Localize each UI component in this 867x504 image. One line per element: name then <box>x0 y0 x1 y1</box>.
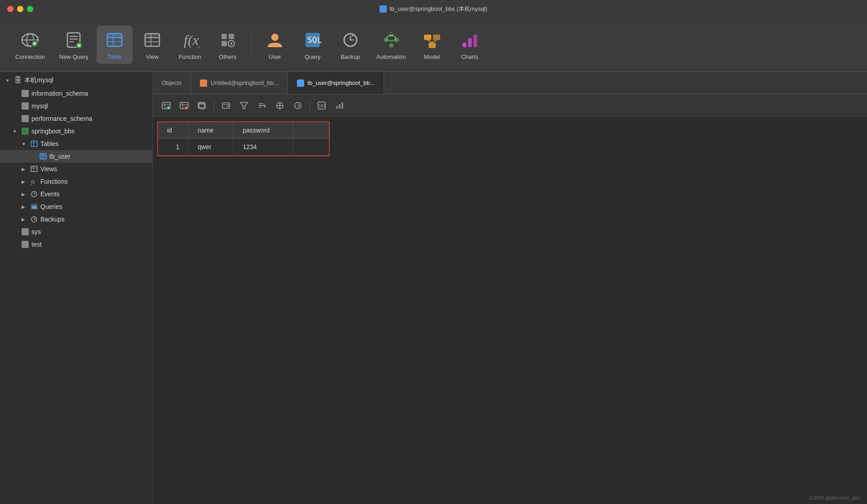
filter-button[interactable] <box>236 97 252 114</box>
toolbar-model[interactable]: Model <box>414 26 450 64</box>
svg-rect-42 <box>424 35 431 40</box>
backups-label: Backups <box>40 216 65 223</box>
tab-bar: Objects Untitled@springboot_bb... tb_use… <box>153 72 867 94</box>
sidebar-backups[interactable]: ▶ Backups <box>0 213 152 225</box>
tb-user-icon <box>40 153 47 160</box>
svg-marker-85 <box>240 102 248 109</box>
views-chevron: ▶ <box>22 167 28 172</box>
info-schema-label: information_schema <box>31 90 88 97</box>
model-label: Model <box>424 53 440 60</box>
svg-rect-95 <box>336 106 338 109</box>
perf-schema-label: performance_schema <box>31 115 92 122</box>
sidebar-sys[interactable]: sys <box>0 225 152 238</box>
sidebar-springboot-bbs[interactable]: ▼ springboot_bbs <box>0 125 152 137</box>
sys-icon <box>22 228 29 235</box>
toolbar-backup[interactable]: Backup <box>332 26 368 64</box>
tables-icon <box>31 140 38 147</box>
view-icon <box>142 29 163 51</box>
sidebar-test[interactable]: test <box>0 238 152 251</box>
toolbar-user[interactable]: User <box>257 26 293 64</box>
backup-icon <box>340 29 361 51</box>
toolbar-new-query[interactable]: New Query <box>53 26 95 64</box>
sidebar-events[interactable]: ▶ Events <box>0 188 152 200</box>
svg-rect-40 <box>389 33 393 35</box>
toolbar-automation[interactable]: Automation <box>370 26 412 64</box>
main-area: ▼ 🗄 本机mysql information_schema mysql per… <box>0 72 867 504</box>
format-button[interactable] <box>218 97 234 114</box>
svg-rect-53 <box>40 154 46 159</box>
svg-rect-26 <box>221 34 227 39</box>
sidebar-mysql[interactable]: mysql <box>0 100 152 112</box>
svg-point-32 <box>271 34 279 41</box>
tab-tb-user-label: tb_user@springboot_bb... <box>308 80 375 86</box>
titlebar-title-text: tb_user@springboot_bbs (本机mysql) <box>389 5 487 13</box>
svg-rect-19 <box>107 34 122 38</box>
col-name[interactable]: name <box>189 122 234 139</box>
sidebar-information-schema[interactable]: information_schema <box>0 87 152 100</box>
connection-icon <box>19 29 41 51</box>
cell-password[interactable]: 1234 <box>234 139 293 155</box>
duplicate-row-button[interactable] <box>194 97 210 114</box>
close-button[interactable] <box>7 6 13 12</box>
maximize-button[interactable] <box>27 6 33 12</box>
backups-chevron: ▶ <box>22 217 28 222</box>
functions-label: Functions <box>40 178 68 185</box>
col-id[interactable]: id <box>158 122 189 139</box>
views-label: Views <box>40 165 57 172</box>
sidebar-queries[interactable]: ▶ SQL Queries <box>0 200 152 213</box>
toolbar-query[interactable]: SQL Query <box>295 26 331 64</box>
sidebar-views[interactable]: ▶ Views <box>0 163 152 175</box>
tab-objects[interactable]: Objects <box>153 72 191 94</box>
toolbar-function[interactable]: f(x) Function <box>172 26 208 64</box>
query-icon: SQL <box>302 29 323 51</box>
svg-rect-47 <box>463 43 466 47</box>
events-icon <box>31 190 38 198</box>
chart-toggle-button[interactable] <box>332 97 348 114</box>
events-label: Events <box>40 190 60 198</box>
edit-mode-button[interactable] <box>272 97 288 114</box>
connection-label: Connection <box>15 53 45 60</box>
col-password[interactable]: password <box>234 122 293 139</box>
svg-text:101: 101 <box>318 104 326 108</box>
function-icon: f(x) <box>179 29 201 51</box>
toolbar-charts[interactable]: Charts <box>452 26 488 64</box>
window-controls[interactable] <box>7 6 33 12</box>
minimize-button[interactable] <box>17 6 23 12</box>
svg-rect-43 <box>433 35 440 40</box>
svg-line-45 <box>428 40 432 43</box>
mysql-icon <box>22 102 29 110</box>
query-label: Query <box>305 53 320 60</box>
svg-rect-27 <box>229 34 234 39</box>
delete-row-button[interactable] <box>176 97 192 114</box>
sidebar-root[interactable]: ▼ 🗄 本机mysql <box>0 74 152 87</box>
toolbar-connection[interactable]: Connection <box>9 26 51 64</box>
cell-name[interactable]: qwer <box>189 139 234 155</box>
test-icon <box>22 241 29 248</box>
model-icon <box>421 29 443 51</box>
sidebar-tables[interactable]: ▼ Tables <box>0 137 152 150</box>
watermark: CSDN @pkicacho_pkc <box>809 495 860 500</box>
sidebar-tb-user[interactable]: tb_user <box>0 150 152 163</box>
views-icon <box>31 165 38 172</box>
sys-label: sys <box>31 228 41 235</box>
add-row-button[interactable] <box>158 97 174 114</box>
toolbar-view[interactable]: View <box>134 26 170 64</box>
user-icon <box>264 29 286 51</box>
table-row[interactable]: 1 qwer 1234 <box>158 139 329 155</box>
root-chevron: ▼ <box>5 78 12 83</box>
data-display-button[interactable]: 101 <box>314 97 330 114</box>
sidebar-performance-schema[interactable]: performance_schema <box>0 112 152 125</box>
tab-tb-user[interactable]: tb_user@springboot_bb... <box>288 72 385 94</box>
svg-rect-48 <box>468 38 472 47</box>
svg-text:f(x): f(x) <box>184 32 200 48</box>
sub-toolbar: 101 <box>153 94 867 117</box>
sidebar-functions[interactable]: ▶ fx Functions <box>0 175 152 188</box>
toolbar-table[interactable]: Table <box>97 26 133 64</box>
toolbar-others[interactable]: Others <box>210 26 246 64</box>
svg-rect-24 <box>145 34 159 38</box>
tab-untitled[interactable]: Untitled@springboot_bb... <box>191 72 288 94</box>
sort-button[interactable] <box>254 97 270 114</box>
cell-id[interactable]: 1 <box>158 139 189 155</box>
execute-button[interactable] <box>290 97 306 114</box>
info-schema-icon <box>22 90 29 97</box>
